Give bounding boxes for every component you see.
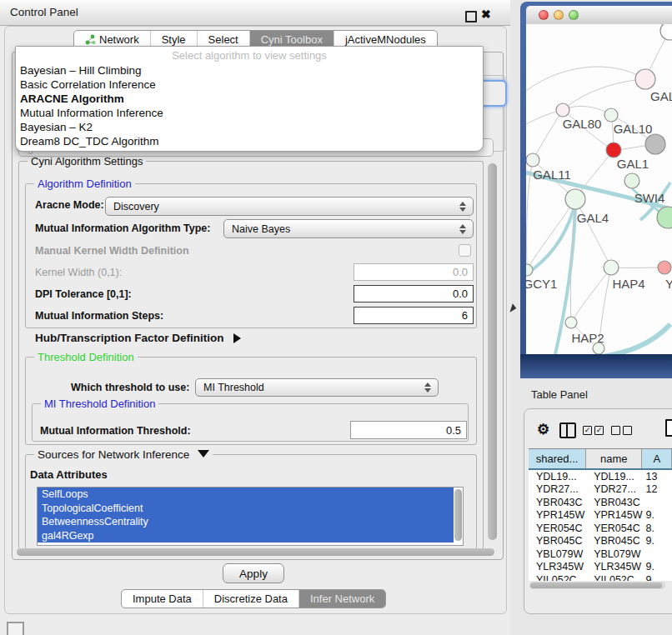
table-cell: YER054C	[529, 522, 586, 534]
manual-kernel-label: Manual Kernel Width Definition	[35, 245, 189, 257]
table-cell: YIL052C	[529, 574, 586, 581]
network-edge[interactable]	[526, 203, 575, 274]
network-node-hap4[interactable]	[604, 260, 619, 275]
network-node[interactable]	[657, 207, 672, 228]
table-row[interactable]: YPR145WYPR145W9.	[529, 509, 672, 522]
deselect-all-checkbox-icon[interactable]	[611, 426, 620, 435]
algorithm-option[interactable]: Bayesian – Hill Climbing	[16, 63, 483, 78]
network-node-y[interactable]	[658, 261, 671, 274]
table-cell: YBR043C	[586, 497, 642, 508]
column-header-2[interactable]: name	[586, 449, 642, 468]
network-edge[interactable]	[533, 110, 563, 160]
deselect-all-checkbox-icon[interactable]	[623, 426, 632, 435]
network-node[interactable]	[593, 342, 604, 354]
network-edge[interactable]	[527, 160, 533, 270]
network-node-hap2[interactable]	[565, 317, 577, 328]
which-threshold-combo[interactable]: MI Threshold	[195, 378, 439, 397]
which-threshold-label: Which threshold to use:	[71, 382, 189, 393]
apply-button-label: Apply	[239, 568, 268, 580]
mi-steps-field[interactable]: 6	[354, 307, 474, 324]
table-cell: YLR345W	[529, 561, 586, 572]
dpi-tolerance-label: DPI Tolerance [0,1]:	[35, 288, 132, 300]
column-header-3[interactable]: A	[642, 449, 672, 468]
minimize-traffic-light-icon[interactable]	[554, 10, 564, 20]
settings-horizontal-scrollbar[interactable]	[17, 548, 494, 556]
hub-definition-toggle[interactable]: Hub/Transcription Factor Definition	[35, 332, 241, 344]
network-node-gal[interactable]	[635, 69, 655, 89]
table-cell: 9.	[643, 561, 672, 572]
split-columns-icon[interactable]	[559, 422, 576, 438]
table-row[interactable]: YBL079WYBL079W	[529, 548, 672, 561]
network-node-gal1[interactable]	[606, 142, 621, 158]
kernel-width-label: Kernel Width (0,1):	[35, 267, 122, 278]
column-header-1[interactable]: shared...	[529, 449, 586, 468]
select-all-checkbox-icon[interactable]: ✓	[594, 426, 604, 435]
data-attributes-list[interactable]: SelfLoopsTopologicalCoefficientBetweenne…	[37, 487, 464, 546]
network-edge[interactable]	[526, 67, 645, 91]
apply-button[interactable]: Apply	[223, 563, 284, 583]
close-traffic-light-icon[interactable]	[539, 10, 549, 20]
spinner-arrows-icon	[424, 382, 431, 392]
mi-algorithm-type-combo[interactable]: Naive Bayes	[223, 219, 474, 238]
mi-threshold-field[interactable]: 0.5	[350, 421, 467, 439]
network-window-titlebar[interactable]	[526, 6, 672, 25]
table-header-row: shared...nameA	[529, 449, 672, 470]
aracne-mode-combo[interactable]: Discovery	[105, 197, 474, 216]
table-row[interactable]: YER054CYER054C8.	[529, 522, 672, 535]
network-edge[interactable]	[563, 106, 611, 115]
document-icon[interactable]	[665, 419, 672, 437]
network-node-swi4[interactable]	[624, 173, 639, 188]
network-edge[interactable]	[563, 79, 645, 110]
network-canvas[interactable]: GALGAL80GAL10GAL1GAL11SWI4GAL4GCY1HAP4YH…	[526, 24, 672, 354]
algorithm-option[interactable]: Mutual Information Inference	[16, 106, 483, 120]
network-node-gal10[interactable]	[604, 108, 618, 122]
algorithm-option[interactable]: Bayesian – K2	[16, 120, 483, 134]
gear-icon[interactable]: ⚙	[537, 421, 549, 438]
network-node-gal80[interactable]	[556, 103, 569, 117]
minimized-panel-icon[interactable]	[7, 622, 24, 635]
attribute-item[interactable]: TopologicalCoefficient	[38, 502, 454, 516]
sources-legend[interactable]: Sources for Network Inference	[34, 448, 213, 461]
tab-impute-data[interactable]: Impute Data	[122, 590, 203, 608]
table-cell: 9.	[643, 535, 672, 547]
table-row[interactable]: YDL19...YDL19...13	[529, 470, 672, 483]
network-edge[interactable]	[571, 268, 611, 322]
zoom-traffic-light-icon[interactable]	[569, 10, 579, 20]
table-row[interactable]: YDR27...YDR27...12	[529, 483, 672, 497]
select-all-checkbox-icon[interactable]: ✓	[583, 426, 592, 435]
table-row[interactable]: YIL052CYIL052C9.	[529, 573, 672, 581]
expand-right-icon	[233, 333, 241, 343]
table-row[interactable]: YBR045CYBR045C9.	[529, 535, 672, 548]
network-node[interactable]	[645, 134, 665, 154]
settings-vertical-scrollbar[interactable]	[488, 163, 497, 540]
algorithm-option[interactable]: Dream8 DC_TDC Algorithm	[16, 134, 483, 148]
table-row[interactable]: YLR345WYLR345W9.	[529, 561, 672, 574]
network-node-gcy1[interactable]	[526, 264, 533, 276]
close-icon[interactable]: ✖	[481, 8, 491, 21]
tab-discretize-data[interactable]: Discretize Data	[203, 590, 298, 608]
network-edge[interactable]	[527, 199, 575, 270]
attribute-item[interactable]: gal4RGexp	[38, 529, 454, 543]
table-scrollbar-thumb[interactable]	[530, 582, 662, 588]
manual-kernel-checkbox[interactable]	[459, 244, 471, 257]
network-node-gal11[interactable]	[526, 153, 539, 167]
collapse-down-icon	[198, 450, 209, 458]
network-edge[interactable]	[575, 199, 611, 268]
attribute-list-scrollbar[interactable]	[454, 489, 462, 541]
control-panel: Control Panel ✖ NetworkStyleSelectCyni T…	[0, 0, 510, 635]
algorithm-option[interactable]: Basic Correlation Inference	[16, 78, 483, 92]
attribute-item[interactable]: SelfLoops	[38, 488, 454, 502]
table-horizontal-scrollbar[interactable]	[529, 582, 665, 589]
node-table[interactable]: shared...nameA YDL19...YDL19...13YDR27..…	[529, 448, 672, 581]
algorithm-option[interactable]: ARACNE Algorithm	[16, 92, 483, 106]
sources-legend-text: Sources for Network Inference	[38, 448, 189, 461]
network-node[interactable]	[660, 24, 672, 40]
cyni-settings-legend: Cyni Algorithm Settings	[28, 155, 146, 168]
float-window-icon[interactable]	[465, 11, 477, 22]
attribute-item[interactable]: BetweennessCentrality	[38, 515, 454, 529]
table-row[interactable]: YBR043CYBR043C	[529, 496, 672, 509]
dpi-tolerance-field[interactable]: 0.0	[354, 285, 474, 302]
network-node-gal4[interactable]	[565, 189, 585, 209]
network-edge[interactable]	[597, 324, 670, 354]
tab-infer-network[interactable]: Infer Network	[298, 590, 385, 608]
